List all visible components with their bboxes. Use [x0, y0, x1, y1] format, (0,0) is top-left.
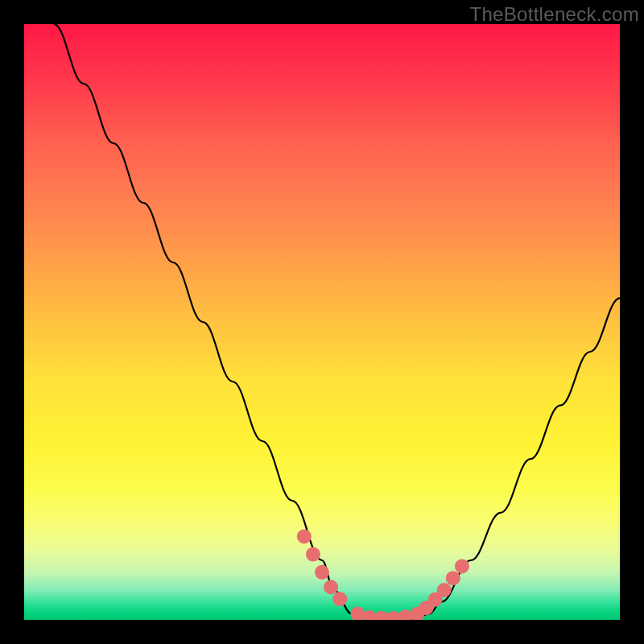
highlight-dot	[446, 571, 460, 585]
watermark-text: TheBottleneck.com	[469, 3, 639, 26]
highlight-dot	[332, 592, 347, 606]
highlight-dot	[306, 547, 320, 562]
bottleneck-curve	[54, 24, 620, 620]
chart-frame: TheBottleneck.com	[0, 0, 644, 644]
highlight-dot	[324, 580, 338, 594]
bottleneck-chart-svg	[24, 24, 620, 620]
highlight-dot	[455, 559, 469, 573]
highlight-dots-group	[297, 529, 469, 620]
highlight-dot	[437, 583, 452, 597]
highlight-dot	[297, 529, 312, 543]
plot-area	[24, 24, 620, 620]
highlight-dot	[315, 565, 329, 580]
